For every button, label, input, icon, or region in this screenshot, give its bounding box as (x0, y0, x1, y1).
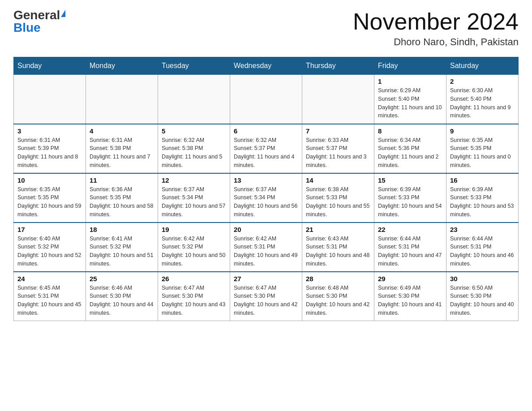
weekday-header-wednesday: Wednesday (230, 57, 302, 75)
calendar-cell: 29Sunrise: 6:49 AMSunset: 5:30 PMDayligh… (374, 272, 446, 321)
location-text: Dhoro Naro, Sindh, Pakistan (353, 36, 519, 48)
day-info: Sunrise: 6:36 AMSunset: 5:35 PMDaylight:… (90, 185, 154, 219)
day-number: 30 (450, 275, 515, 283)
calendar-cell: 17Sunrise: 6:40 AMSunset: 5:32 PMDayligh… (14, 223, 86, 272)
weekday-header-saturday: Saturday (446, 57, 519, 75)
calendar-week-row: 24Sunrise: 6:45 AMSunset: 5:31 PMDayligh… (14, 272, 519, 321)
logo-general-text: General (13, 9, 60, 21)
calendar-cell: 26Sunrise: 6:47 AMSunset: 5:30 PMDayligh… (158, 272, 230, 321)
day-number: 25 (90, 275, 154, 283)
day-info: Sunrise: 6:46 AMSunset: 5:30 PMDaylight:… (90, 284, 154, 317)
calendar-cell (14, 75, 86, 124)
day-info: Sunrise: 6:45 AMSunset: 5:31 PMDaylight:… (17, 284, 82, 317)
day-info: Sunrise: 6:34 AMSunset: 5:36 PMDaylight:… (378, 136, 442, 170)
calendar-cell: 15Sunrise: 6:39 AMSunset: 5:33 PMDayligh… (374, 173, 446, 223)
day-number: 4 (90, 127, 154, 135)
page-header: General Blue November 2024 Dhoro Naro, S… (13, 9, 519, 48)
title-area: November 2024 Dhoro Naro, Sindh, Pakista… (353, 9, 519, 48)
day-info: Sunrise: 6:42 AMSunset: 5:31 PMDaylight:… (234, 235, 298, 268)
day-number: 8 (378, 127, 442, 135)
day-info: Sunrise: 6:48 AMSunset: 5:30 PMDaylight:… (306, 284, 370, 317)
day-info: Sunrise: 6:44 AMSunset: 5:31 PMDaylight:… (378, 235, 442, 268)
calendar-cell: 11Sunrise: 6:36 AMSunset: 5:35 PMDayligh… (86, 173, 158, 223)
calendar-cell: 4Sunrise: 6:31 AMSunset: 5:38 PMDaylight… (86, 124, 158, 173)
day-info: Sunrise: 6:43 AMSunset: 5:31 PMDaylight:… (306, 235, 370, 268)
calendar-cell: 19Sunrise: 6:42 AMSunset: 5:32 PMDayligh… (158, 223, 230, 272)
day-number: 22 (378, 226, 442, 233)
calendar-cell: 14Sunrise: 6:38 AMSunset: 5:33 PMDayligh… (302, 173, 374, 223)
calendar-cell: 28Sunrise: 6:48 AMSunset: 5:30 PMDayligh… (302, 272, 374, 321)
day-number: 17 (17, 226, 82, 233)
day-info: Sunrise: 6:37 AMSunset: 5:34 PMDaylight:… (234, 185, 298, 219)
day-info: Sunrise: 6:42 AMSunset: 5:32 PMDaylight:… (162, 235, 226, 268)
calendar-week-row: 10Sunrise: 6:35 AMSunset: 5:35 PMDayligh… (14, 173, 519, 223)
day-info: Sunrise: 6:35 AMSunset: 5:35 PMDaylight:… (450, 136, 515, 170)
weekday-header-row: SundayMondayTuesdayWednesdayThursdayFrid… (14, 57, 519, 75)
day-number: 15 (378, 176, 442, 184)
day-info: Sunrise: 6:32 AMSunset: 5:38 PMDaylight:… (162, 136, 226, 170)
calendar-cell: 22Sunrise: 6:44 AMSunset: 5:31 PMDayligh… (374, 223, 446, 272)
calendar-cell: 18Sunrise: 6:41 AMSunset: 5:32 PMDayligh… (86, 223, 158, 272)
day-info: Sunrise: 6:41 AMSunset: 5:32 PMDaylight:… (90, 235, 154, 268)
day-info: Sunrise: 6:38 AMSunset: 5:33 PMDaylight:… (306, 185, 370, 219)
day-number: 28 (306, 275, 370, 283)
calendar-week-row: 3Sunrise: 6:31 AMSunset: 5:39 PMDaylight… (14, 124, 519, 173)
day-number: 9 (450, 127, 515, 135)
weekday-header-tuesday: Tuesday (158, 57, 230, 75)
day-info: Sunrise: 6:32 AMSunset: 5:37 PMDaylight:… (234, 136, 298, 170)
calendar-cell: 21Sunrise: 6:43 AMSunset: 5:31 PMDayligh… (302, 223, 374, 272)
day-number: 2 (450, 77, 515, 85)
day-number: 19 (162, 226, 226, 233)
calendar-cell: 9Sunrise: 6:35 AMSunset: 5:35 PMDaylight… (446, 124, 519, 173)
calendar-cell: 23Sunrise: 6:44 AMSunset: 5:31 PMDayligh… (446, 223, 519, 272)
calendar-cell: 30Sunrise: 6:50 AMSunset: 5:30 PMDayligh… (446, 272, 519, 321)
day-info: Sunrise: 6:31 AMSunset: 5:39 PMDaylight:… (17, 136, 82, 170)
calendar-cell: 6Sunrise: 6:32 AMSunset: 5:37 PMDaylight… (230, 124, 302, 173)
day-number: 20 (234, 226, 298, 233)
calendar-cell: 12Sunrise: 6:37 AMSunset: 5:34 PMDayligh… (158, 173, 230, 223)
day-number: 16 (450, 176, 515, 184)
calendar-cell: 27Sunrise: 6:47 AMSunset: 5:30 PMDayligh… (230, 272, 302, 321)
day-number: 13 (234, 176, 298, 184)
day-info: Sunrise: 6:49 AMSunset: 5:30 PMDaylight:… (378, 284, 442, 317)
calendar-cell (86, 75, 158, 124)
day-number: 10 (17, 176, 82, 184)
calendar-cell: 3Sunrise: 6:31 AMSunset: 5:39 PMDaylight… (14, 124, 86, 173)
day-info: Sunrise: 6:39 AMSunset: 5:33 PMDaylight:… (450, 185, 515, 219)
calendar-cell: 5Sunrise: 6:32 AMSunset: 5:38 PMDaylight… (158, 124, 230, 173)
day-number: 21 (306, 226, 370, 233)
day-number: 27 (234, 275, 298, 283)
calendar-week-row: 1Sunrise: 6:29 AMSunset: 5:40 PMDaylight… (14, 75, 519, 124)
day-number: 26 (162, 275, 226, 283)
calendar-cell: 2Sunrise: 6:30 AMSunset: 5:40 PMDaylight… (446, 75, 519, 124)
calendar-cell (302, 75, 374, 124)
calendar-cell: 25Sunrise: 6:46 AMSunset: 5:30 PMDayligh… (86, 272, 158, 321)
day-number: 29 (378, 275, 442, 283)
day-info: Sunrise: 6:40 AMSunset: 5:32 PMDaylight:… (17, 235, 82, 268)
day-number: 3 (17, 127, 82, 135)
month-title: November 2024 (353, 9, 519, 34)
day-number: 12 (162, 176, 226, 184)
day-info: Sunrise: 6:29 AMSunset: 5:40 PMDaylight:… (378, 86, 442, 120)
calendar-cell (158, 75, 230, 124)
day-info: Sunrise: 6:47 AMSunset: 5:30 PMDaylight:… (162, 284, 226, 317)
calendar-cell: 7Sunrise: 6:33 AMSunset: 5:37 PMDaylight… (302, 124, 374, 173)
logo: General Blue (13, 9, 65, 34)
weekday-header-sunday: Sunday (14, 57, 86, 75)
day-info: Sunrise: 6:30 AMSunset: 5:40 PMDaylight:… (450, 86, 515, 120)
calendar-week-row: 17Sunrise: 6:40 AMSunset: 5:32 PMDayligh… (14, 223, 519, 272)
calendar-cell (230, 75, 302, 124)
day-number: 24 (17, 275, 82, 283)
day-number: 1 (378, 77, 442, 85)
calendar-cell: 8Sunrise: 6:34 AMSunset: 5:36 PMDaylight… (374, 124, 446, 173)
logo-triangle-icon (61, 10, 65, 17)
calendar-cell: 16Sunrise: 6:39 AMSunset: 5:33 PMDayligh… (446, 173, 519, 223)
day-number: 6 (234, 127, 298, 135)
calendar-cell: 13Sunrise: 6:37 AMSunset: 5:34 PMDayligh… (230, 173, 302, 223)
day-number: 5 (162, 127, 226, 135)
calendar-cell: 24Sunrise: 6:45 AMSunset: 5:31 PMDayligh… (14, 272, 86, 321)
day-number: 23 (450, 226, 515, 233)
day-number: 14 (306, 176, 370, 184)
day-number: 7 (306, 127, 370, 135)
weekday-header-monday: Monday (86, 57, 158, 75)
